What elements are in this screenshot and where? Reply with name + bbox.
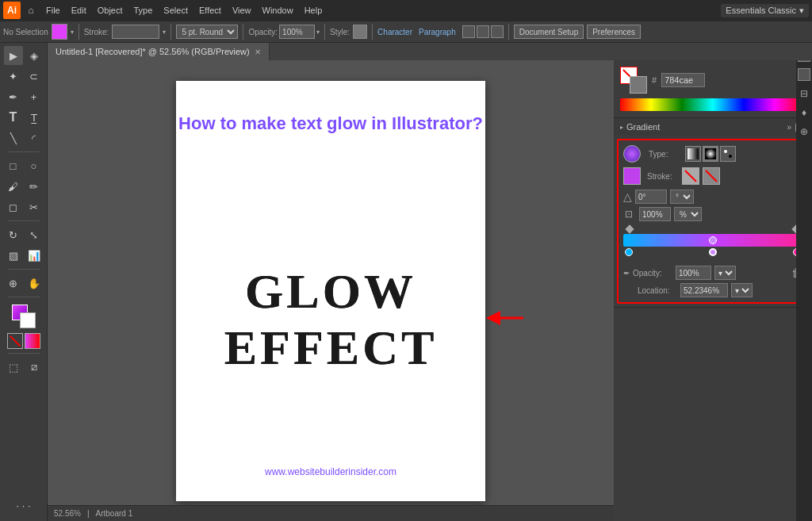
menu-type[interactable]: Type — [129, 4, 158, 17]
stroke-gradient-fg[interactable] — [623, 167, 641, 185]
preferences-btn[interactable]: Preferences — [587, 25, 641, 39]
tool-row-4: T T̲ — [4, 108, 44, 127]
tool-sep-4 — [8, 297, 40, 297]
fill-arrow[interactable]: ▾ — [71, 29, 74, 36]
gradient-stroke-row: Stroke: — [623, 167, 802, 185]
artboard-tool[interactable]: ⬚ — [4, 358, 23, 377]
text-tool[interactable]: T — [4, 108, 23, 127]
pen-tool[interactable]: ✒ — [4, 87, 23, 106]
scale-input[interactable] — [639, 207, 671, 221]
active-tab[interactable]: Untitled-1 [Recovered]* @ 52.56% (RGB/Pr… — [48, 43, 270, 60]
direct-select-tool[interactable]: ◈ — [25, 46, 44, 65]
line-tool[interactable]: ╲ — [4, 128, 23, 147]
location-select[interactable]: ▾ — [731, 283, 753, 297]
touch-type-tool[interactable]: T̲ — [25, 108, 44, 127]
left-tools-panel: ▶ ◈ ✦ ⊂ ✒ + T T̲ ╲ ◜ □ ○ 🖌 ✏ ◻ ✂ ↻ ⤡ ▨ 📊… — [0, 43, 48, 521]
website-url: www.websitebuilderinsider.com — [265, 466, 396, 477]
angle-select[interactable]: ° — [670, 190, 694, 204]
workspace-dropdown[interactable]: Essentials Classic ▾ — [721, 4, 809, 17]
rect-tool[interactable]: □ — [4, 156, 23, 175]
stroke-arrow[interactable]: ▾ — [163, 29, 166, 36]
gradient-preview-circle[interactable] — [623, 145, 641, 163]
background-swatch[interactable] — [20, 312, 36, 328]
magic-wand-tool[interactable]: ✦ — [4, 67, 23, 86]
menu-object[interactable]: Object — [93, 4, 128, 17]
opacity-value-input[interactable] — [676, 266, 711, 280]
scale-select[interactable]: % — [674, 207, 702, 221]
panel-icon-3[interactable]: ⊟ — [798, 87, 810, 100]
select-tool[interactable]: ▶ — [4, 46, 23, 65]
zoom-tool[interactable]: ⊕ — [4, 274, 23, 293]
gradient-swatch[interactable] — [25, 333, 40, 349]
menu-window[interactable]: Window — [258, 4, 298, 17]
workspace-label: Essentials Classic — [726, 6, 796, 15]
menu-edit[interactable]: Edit — [67, 4, 91, 17]
brush-select[interactable]: 5 pt. Round — [176, 25, 238, 39]
gradient-panel-expand[interactable]: » — [787, 123, 792, 132]
angle-input[interactable] — [635, 190, 667, 204]
align-left-btn[interactable] — [462, 25, 475, 38]
add-anchor-tool[interactable]: + — [25, 87, 44, 106]
panel-icon-4[interactable]: ♦ — [798, 106, 810, 119]
scissors-tool[interactable]: ✂ — [25, 197, 44, 216]
paintbrush-tool[interactable]: 🖌 — [4, 177, 23, 196]
menu-effect[interactable]: Effect — [194, 4, 226, 17]
more-tools-btn[interactable]: · · · — [14, 496, 33, 515]
canvas-heading-line2: Illustrator? — [392, 113, 483, 133]
menu-select[interactable]: Select — [159, 4, 193, 17]
menu-help[interactable]: Help — [300, 4, 327, 17]
rotate-tool[interactable]: ↻ — [4, 225, 23, 244]
color-panel-bg[interactable] — [630, 76, 647, 94]
opacity-label: Opacity: — [248, 28, 278, 36]
menu-file[interactable]: File — [41, 4, 65, 17]
fill-swatch[interactable] — [52, 24, 67, 40]
graph-tool[interactable]: 📊 — [25, 246, 44, 265]
tool-row-extra: ⬚ ⧄ — [4, 358, 44, 377]
freeform-gradient-btn[interactable] — [720, 146, 736, 162]
hand-tool[interactable]: ✋ — [25, 274, 44, 293]
menu-view[interactable]: View — [228, 4, 256, 17]
eraser-tool[interactable]: ◻ — [4, 197, 23, 216]
eyedropper-icon[interactable]: ✒ — [623, 269, 630, 278]
panel-icon-5[interactable]: ⊕ — [798, 125, 810, 138]
gradient-stop-top-left[interactable] — [625, 224, 634, 233]
location-input[interactable] — [680, 283, 728, 297]
gradient-stop-center-circle[interactable] — [709, 248, 717, 256]
slice-tool[interactable]: ⧄ — [25, 358, 44, 377]
ellipse-tool[interactable]: ○ — [25, 156, 44, 175]
scale-tool[interactable]: ⤡ — [25, 225, 44, 244]
tab-bar: Untitled-1 [Recovered]* @ 52.56% (RGB/Pr… — [48, 43, 812, 60]
gradient-main-bar[interactable] — [623, 234, 802, 247]
gradient-bar-container — [623, 226, 802, 258]
lasso-tool[interactable]: ⊂ — [25, 67, 44, 86]
opacity-group: Opacity: ▾ — [248, 25, 320, 39]
align-center-btn[interactable] — [477, 25, 489, 38]
stroke-gradient-none2[interactable] — [703, 167, 720, 185]
opacity-arrow[interactable]: ▾ — [316, 29, 320, 36]
color-spectrum-bar[interactable] — [620, 98, 806, 111]
color-top-row: # — [620, 67, 806, 94]
no-fill-btn[interactable] — [7, 333, 23, 349]
stroke-input[interactable] — [112, 25, 159, 39]
pencil-tool[interactable]: ✏ — [25, 177, 44, 196]
color-hex-input[interactable] — [661, 73, 705, 87]
radial-gradient-btn[interactable] — [703, 146, 718, 162]
gradient-top-stops — [623, 226, 802, 232]
opacity-input[interactable] — [279, 25, 315, 39]
glow-line2: EFFECT — [224, 320, 438, 376]
glow-line1: GLOW — [224, 263, 438, 320]
document-setup-btn[interactable]: Document Setup — [514, 25, 584, 39]
opacity-select[interactable]: ▾ — [714, 266, 736, 280]
tab-close-btn[interactable]: ✕ — [255, 48, 261, 56]
gradient-tool[interactable]: ▨ — [4, 246, 23, 265]
style-swatch[interactable] — [353, 25, 367, 39]
gradient-center-point[interactable] — [709, 236, 717, 244]
align-right-btn[interactable] — [491, 25, 504, 38]
panel-icon-2[interactable] — [798, 68, 810, 81]
arc-tool[interactable]: ◜ — [25, 128, 44, 147]
home-icon[interactable]: ⌂ — [22, 2, 40, 19]
linear-gradient-btn[interactable] — [685, 146, 701, 162]
gradient-stop-left-circle[interactable] — [625, 248, 633, 256]
stroke-gradient-none1[interactable] — [682, 167, 699, 185]
gradient-panel-header[interactable]: ▸ Gradient » | ≡ — [614, 118, 812, 136]
